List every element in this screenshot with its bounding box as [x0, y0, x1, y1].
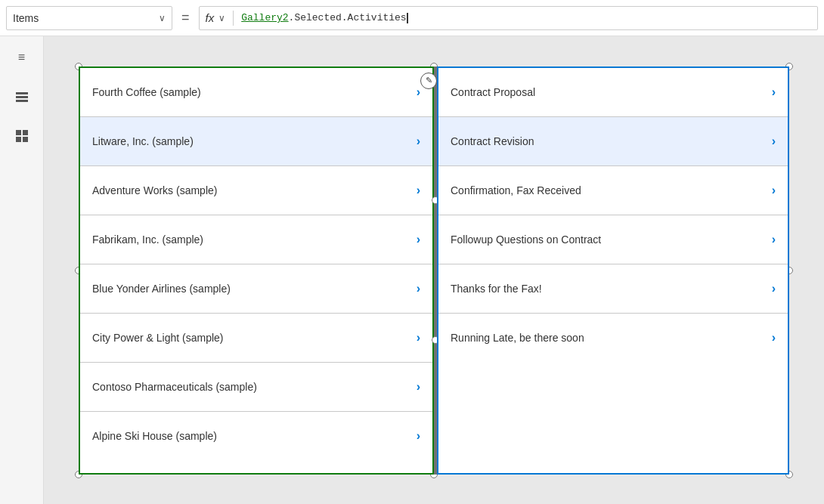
- activity-name: Followup Questions on Contract: [451, 233, 772, 246]
- chevron-right-icon: ›: [417, 282, 420, 295]
- sidebar-hamburger[interactable]: ≡: [10, 45, 34, 70]
- activity-name: Confirmation, Fax Received: [451, 184, 772, 196]
- canvas-area: ✎ Fourth Coffee (sample) › Litware, Inc.…: [44, 36, 824, 504]
- list-item[interactable]: Blue Yonder Airlines (sample) ›: [80, 264, 432, 314]
- chevron-right-icon: ›: [772, 233, 776, 246]
- list-item[interactable]: Contract Revision ›: [438, 117, 788, 166]
- activity-name: Thanks for the Fax!: [451, 283, 772, 295]
- svg-rect-4: [23, 130, 28, 135]
- chevron-right-icon: ›: [772, 184, 776, 197]
- svg-rect-0: [16, 92, 28, 94]
- chevron-right-icon: ›: [772, 331, 776, 345]
- property-select[interactable]: Items ∨: [6, 6, 172, 30]
- svg-rect-6: [23, 137, 28, 142]
- activity-name: Running Late, be there soon: [451, 332, 772, 344]
- fx-icon: fx: [206, 11, 215, 24]
- list-item[interactable]: Thanks for the Fax! ›: [438, 264, 788, 314]
- formula-gallery-ref: Gallery2: [241, 12, 288, 23]
- company-name: Blue Yonder Airlines (sample): [92, 283, 417, 295]
- toolbar: Items ∨ = fx ∨ Gallery2.Selected.Activit…: [0, 0, 824, 36]
- formula-expand-icon: ∨: [218, 13, 225, 23]
- formula-text: Gallery2.Selected.Activities: [241, 12, 407, 23]
- edit-handle[interactable]: ✎: [420, 73, 437, 89]
- formula-bar[interactable]: fx ∨ Gallery2.Selected.Activities: [199, 6, 818, 30]
- chevron-right-icon: ›: [772, 282, 776, 295]
- list-item[interactable]: Contoso Pharmaceuticals (sample) ›: [80, 363, 432, 412]
- formula-separator: [233, 11, 234, 26]
- chevron-right-icon: ›: [772, 135, 776, 148]
- chevron-right-icon: ›: [417, 135, 420, 148]
- svg-rect-1: [16, 96, 28, 98]
- equals-symbol: =: [178, 10, 193, 26]
- list-item[interactable]: Fourth Coffee (sample) ›: [80, 68, 432, 117]
- gallery-wrapper: ✎ Fourth Coffee (sample) › Litware, Inc.…: [79, 66, 789, 475]
- sidebar-grid[interactable]: [10, 124, 34, 148]
- svg-rect-3: [16, 130, 21, 135]
- chevron-down-icon: ∨: [159, 13, 166, 23]
- company-name: Alpine Ski House (sample): [92, 430, 417, 442]
- chevron-right-icon: ›: [417, 233, 420, 246]
- company-name: Fabrikam, Inc. (sample): [92, 233, 417, 246]
- sidebar-layers[interactable]: [10, 85, 34, 109]
- company-name: City Power & Light (sample): [92, 332, 417, 344]
- list-item[interactable]: Alpine Ski House (sample) ›: [80, 412, 432, 461]
- chevron-right-icon: ›: [417, 331, 420, 345]
- company-name: Adventure Works (sample): [92, 184, 417, 196]
- list-item[interactable]: City Power & Light (sample) ›: [80, 314, 432, 363]
- property-select-label: Items: [13, 12, 153, 24]
- chevron-right-icon: ›: [772, 85, 776, 99]
- gallery-left[interactable]: Fourth Coffee (sample) › Litware, Inc. (…: [79, 66, 434, 475]
- company-name: Litware, Inc. (sample): [92, 135, 417, 147]
- list-item[interactable]: Litware, Inc. (sample) ›: [80, 117, 432, 166]
- chevron-right-icon: ›: [417, 85, 420, 99]
- chevron-right-icon: ›: [417, 184, 420, 197]
- list-item[interactable]: Contract Proposal ›: [438, 68, 788, 117]
- chevron-right-icon: ›: [417, 380, 420, 394]
- formula-cursor: [407, 13, 408, 23]
- list-item[interactable]: Fabrikam, Inc. (sample) ›: [80, 215, 432, 264]
- sidebar: ≡: [0, 36, 44, 504]
- list-item[interactable]: Confirmation, Fax Received ›: [438, 166, 788, 215]
- formula-text-rest: .Selected.Activities: [289, 12, 407, 23]
- galleries-container: Fourth Coffee (sample) › Litware, Inc. (…: [79, 66, 789, 475]
- company-name: Contoso Pharmaceuticals (sample): [92, 381, 417, 393]
- svg-rect-2: [16, 100, 28, 102]
- list-item[interactable]: Adventure Works (sample) ›: [80, 166, 432, 215]
- list-item[interactable]: Followup Questions on Contract ›: [438, 215, 788, 264]
- activity-name: Contract Revision: [451, 135, 772, 147]
- activity-name: Contract Proposal: [451, 86, 772, 98]
- list-item[interactable]: Running Late, be there soon ›: [438, 314, 788, 363]
- svg-rect-5: [16, 137, 21, 142]
- chevron-right-icon: ›: [417, 429, 420, 443]
- company-name: Fourth Coffee (sample): [92, 86, 417, 98]
- gallery-right[interactable]: Contract Proposal › Contract Revision › …: [437, 66, 789, 475]
